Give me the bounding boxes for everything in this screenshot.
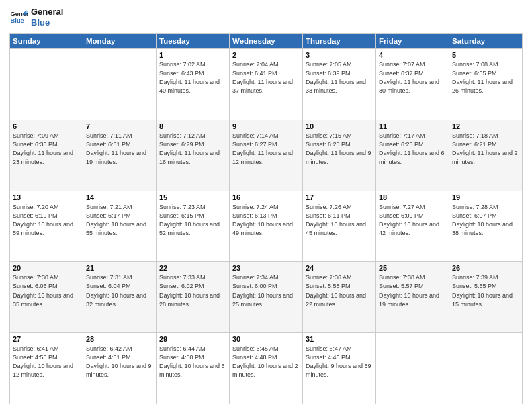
day-number: 8 bbox=[159, 122, 226, 130]
day-number: 18 bbox=[379, 193, 446, 201]
calendar-cell: 28Sunrise: 6:42 AM Sunset: 4:51 PM Dayli… bbox=[83, 333, 157, 404]
day-info: Sunrise: 7:09 AM Sunset: 6:33 PM Dayligh… bbox=[13, 132, 80, 167]
calendar-cell: 29Sunrise: 6:44 AM Sunset: 4:50 PM Dayli… bbox=[157, 333, 230, 404]
weekday-header-friday: Friday bbox=[376, 34, 449, 49]
day-info: Sunrise: 7:27 AM Sunset: 6:09 PM Dayligh… bbox=[379, 203, 446, 238]
calendar-cell: 5Sunrise: 7:08 AM Sunset: 6:35 PM Daylig… bbox=[449, 49, 523, 120]
day-number: 31 bbox=[306, 335, 373, 343]
day-info: Sunrise: 7:26 AM Sunset: 6:11 PM Dayligh… bbox=[306, 203, 373, 238]
day-number: 14 bbox=[86, 193, 153, 201]
day-number: 12 bbox=[452, 122, 519, 130]
calendar-cell: 13Sunrise: 7:20 AM Sunset: 6:19 PM Dayli… bbox=[10, 191, 83, 262]
day-info: Sunrise: 7:31 AM Sunset: 6:04 PM Dayligh… bbox=[86, 273, 153, 308]
day-info: Sunrise: 6:47 AM Sunset: 4:46 PM Dayligh… bbox=[306, 345, 373, 379]
calendar-cell bbox=[83, 49, 157, 120]
weekday-header-thursday: Thursday bbox=[303, 34, 376, 49]
calendar-cell bbox=[376, 333, 449, 404]
day-number: 7 bbox=[86, 122, 153, 130]
day-info: Sunrise: 7:04 AM Sunset: 6:41 PM Dayligh… bbox=[232, 60, 300, 95]
calendar-cell bbox=[10, 49, 83, 120]
day-number: 4 bbox=[379, 51, 446, 59]
weekday-header-saturday: Saturday bbox=[449, 34, 523, 49]
calendar-cell: 25Sunrise: 7:38 AM Sunset: 5:57 PM Dayli… bbox=[376, 262, 449, 333]
day-number: 11 bbox=[379, 122, 446, 130]
day-number: 29 bbox=[159, 335, 226, 343]
calendar-cell: 30Sunrise: 6:45 AM Sunset: 4:48 PM Dayli… bbox=[230, 333, 303, 404]
calendar-cell: 1Sunrise: 7:02 AM Sunset: 6:43 PM Daylig… bbox=[157, 49, 230, 120]
calendar-cell: 6Sunrise: 7:09 AM Sunset: 6:33 PM Daylig… bbox=[10, 120, 83, 191]
logo-text: General Blue bbox=[31, 7, 63, 28]
day-number: 27 bbox=[13, 335, 80, 343]
weekday-header-tuesday: Tuesday bbox=[157, 34, 230, 49]
logo: General Blue General Blue bbox=[9, 7, 63, 28]
weekday-header-wednesday: Wednesday bbox=[230, 34, 303, 49]
day-info: Sunrise: 7:24 AM Sunset: 6:13 PM Dayligh… bbox=[232, 203, 300, 238]
calendar-cell: 8Sunrise: 7:12 AM Sunset: 6:29 PM Daylig… bbox=[157, 120, 230, 191]
day-number: 1 bbox=[159, 51, 226, 59]
day-info: Sunrise: 7:28 AM Sunset: 6:07 PM Dayligh… bbox=[452, 203, 519, 238]
calendar-table: SundayMondayTuesdayWednesdayThursdayFrid… bbox=[9, 33, 523, 404]
weekday-header-sunday: Sunday bbox=[10, 34, 83, 49]
calendar-cell: 9Sunrise: 7:14 AM Sunset: 6:27 PM Daylig… bbox=[230, 120, 303, 191]
day-number: 16 bbox=[232, 193, 300, 201]
day-number: 9 bbox=[232, 122, 300, 130]
calendar-cell: 18Sunrise: 7:27 AM Sunset: 6:09 PM Dayli… bbox=[376, 191, 449, 262]
day-number: 17 bbox=[306, 193, 373, 201]
calendar-cell: 15Sunrise: 7:23 AM Sunset: 6:15 PM Dayli… bbox=[157, 191, 230, 262]
day-number: 28 bbox=[86, 335, 153, 343]
day-info: Sunrise: 7:30 AM Sunset: 6:06 PM Dayligh… bbox=[13, 273, 80, 308]
logo-icon: General Blue bbox=[9, 8, 28, 27]
day-info: Sunrise: 7:05 AM Sunset: 6:39 PM Dayligh… bbox=[306, 60, 373, 95]
calendar-cell: 12Sunrise: 7:18 AM Sunset: 6:21 PM Dayli… bbox=[449, 120, 523, 191]
day-info: Sunrise: 6:42 AM Sunset: 4:51 PM Dayligh… bbox=[86, 345, 153, 379]
calendar-cell: 26Sunrise: 7:39 AM Sunset: 5:55 PM Dayli… bbox=[449, 262, 523, 333]
calendar-cell: 4Sunrise: 7:07 AM Sunset: 6:37 PM Daylig… bbox=[376, 49, 449, 120]
day-info: Sunrise: 7:08 AM Sunset: 6:35 PM Dayligh… bbox=[452, 60, 519, 95]
calendar-cell: 22Sunrise: 7:33 AM Sunset: 6:02 PM Dayli… bbox=[157, 262, 230, 333]
calendar-cell: 17Sunrise: 7:26 AM Sunset: 6:11 PM Dayli… bbox=[303, 191, 376, 262]
week-row: 20Sunrise: 7:30 AM Sunset: 6:06 PM Dayli… bbox=[10, 262, 523, 333]
day-number: 21 bbox=[86, 264, 153, 272]
week-row: 27Sunrise: 6:41 AM Sunset: 4:53 PM Dayli… bbox=[10, 333, 523, 404]
day-number: 3 bbox=[306, 51, 373, 59]
week-row: 13Sunrise: 7:20 AM Sunset: 6:19 PM Dayli… bbox=[10, 191, 523, 262]
day-number: 5 bbox=[452, 51, 519, 59]
calendar-cell: 7Sunrise: 7:11 AM Sunset: 6:31 PM Daylig… bbox=[83, 120, 157, 191]
day-info: Sunrise: 7:33 AM Sunset: 6:02 PM Dayligh… bbox=[159, 273, 226, 308]
day-number: 19 bbox=[452, 193, 519, 201]
day-info: Sunrise: 7:07 AM Sunset: 6:37 PM Dayligh… bbox=[379, 60, 446, 95]
day-info: Sunrise: 7:11 AM Sunset: 6:31 PM Dayligh… bbox=[86, 132, 153, 167]
day-info: Sunrise: 6:41 AM Sunset: 4:53 PM Dayligh… bbox=[13, 345, 80, 379]
calendar-cell: 14Sunrise: 7:21 AM Sunset: 6:17 PM Dayli… bbox=[83, 191, 157, 262]
day-info: Sunrise: 7:36 AM Sunset: 5:58 PM Dayligh… bbox=[306, 273, 373, 308]
day-number: 26 bbox=[452, 264, 519, 272]
calendar-cell: 3Sunrise: 7:05 AM Sunset: 6:39 PM Daylig… bbox=[303, 49, 376, 120]
page-container: General Blue General Blue SundayMondayTu… bbox=[0, 0, 532, 411]
day-info: Sunrise: 7:18 AM Sunset: 6:21 PM Dayligh… bbox=[452, 132, 519, 167]
day-info: Sunrise: 7:12 AM Sunset: 6:29 PM Dayligh… bbox=[159, 132, 226, 167]
calendar-cell: 27Sunrise: 6:41 AM Sunset: 4:53 PM Dayli… bbox=[10, 333, 83, 404]
calendar-cell: 24Sunrise: 7:36 AM Sunset: 5:58 PM Dayli… bbox=[303, 262, 376, 333]
day-info: Sunrise: 7:23 AM Sunset: 6:15 PM Dayligh… bbox=[159, 203, 226, 238]
day-number: 22 bbox=[159, 264, 226, 272]
calendar-cell: 2Sunrise: 7:04 AM Sunset: 6:41 PM Daylig… bbox=[230, 49, 303, 120]
calendar-cell: 10Sunrise: 7:15 AM Sunset: 6:25 PM Dayli… bbox=[303, 120, 376, 191]
day-number: 6 bbox=[13, 122, 80, 130]
day-number: 10 bbox=[306, 122, 373, 130]
weekday-header-monday: Monday bbox=[83, 34, 157, 49]
week-row: 1Sunrise: 7:02 AM Sunset: 6:43 PM Daylig… bbox=[10, 49, 523, 120]
day-number: 25 bbox=[379, 264, 446, 272]
day-number: 24 bbox=[306, 264, 373, 272]
day-info: Sunrise: 7:02 AM Sunset: 6:43 PM Dayligh… bbox=[159, 60, 226, 95]
day-info: Sunrise: 7:15 AM Sunset: 6:25 PM Dayligh… bbox=[306, 132, 373, 167]
header: General Blue General Blue bbox=[9, 7, 523, 28]
calendar-cell bbox=[449, 333, 523, 404]
day-number: 23 bbox=[232, 264, 300, 272]
day-number: 15 bbox=[159, 193, 226, 201]
calendar-cell: 31Sunrise: 6:47 AM Sunset: 4:46 PM Dayli… bbox=[303, 333, 376, 404]
calendar-cell: 16Sunrise: 7:24 AM Sunset: 6:13 PM Dayli… bbox=[230, 191, 303, 262]
day-number: 20 bbox=[13, 264, 80, 272]
day-number: 2 bbox=[232, 51, 300, 59]
day-info: Sunrise: 7:20 AM Sunset: 6:19 PM Dayligh… bbox=[13, 203, 80, 238]
calendar-cell: 19Sunrise: 7:28 AM Sunset: 6:07 PM Dayli… bbox=[449, 191, 523, 262]
